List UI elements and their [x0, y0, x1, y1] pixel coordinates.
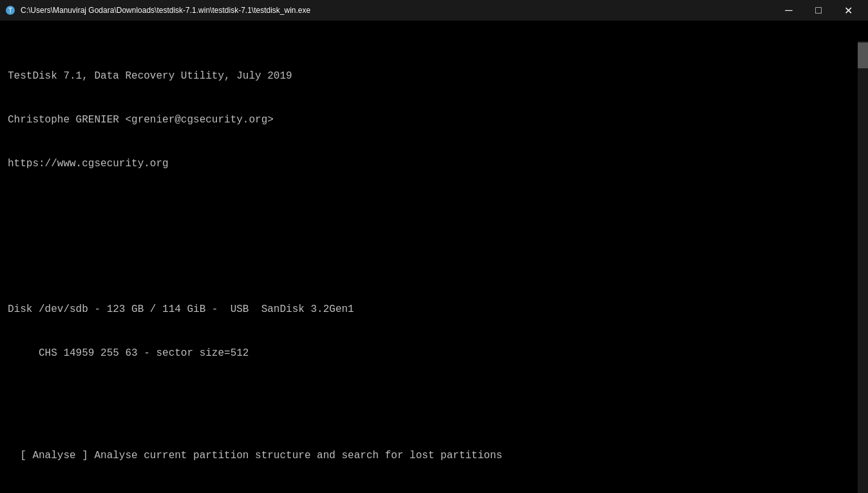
- scrollbar[interactable]: [858, 41, 868, 493]
- header-line-3: https://www.cgsecurity.org: [8, 157, 850, 171]
- blank-line-2: [8, 244, 850, 259]
- blank-line-3: [8, 390, 850, 405]
- header-line-2: Christophe GRENIER <grenier@cgsecurity.o…: [8, 113, 850, 128]
- scrollbar-thumb[interactable]: [858, 43, 868, 68]
- app-icon: T: [5, 5, 15, 15]
- main-window: T C:\Users\Manuviraj Godara\Downloads\te…: [0, 0, 868, 493]
- close-button[interactable]: ✕: [833, 0, 863, 21]
- menu-item-analyse[interactable]: [ Analyse ] Analyse current partition st…: [8, 449, 850, 463]
- maximize-button[interactable]: □: [804, 0, 833, 21]
- disk-line-1: Disk /dev/sdb - 123 GB / 114 GiB - USB S…: [8, 302, 850, 317]
- disk-line-2: CHS 14959 255 63 - sector size=512: [8, 346, 850, 361]
- title-bar-text: C:\Users\Manuviraj Godara\Downloads\test…: [21, 6, 769, 15]
- minimize-button[interactable]: ─: [774, 0, 804, 21]
- svg-text:T: T: [8, 7, 12, 14]
- title-bar: T C:\Users\Manuviraj Godara\Downloads\te…: [0, 0, 868, 21]
- blank-line-1: [8, 200, 850, 215]
- terminal-area: TestDisk 7.1, Data Recovery Utility, Jul…: [0, 21, 868, 493]
- window-controls: ─ □ ✕: [774, 0, 863, 21]
- header-line-1: TestDisk 7.1, Data Recovery Utility, Jul…: [8, 69, 850, 84]
- terminal-content: TestDisk 7.1, Data Recovery Utility, Jul…: [0, 21, 858, 493]
